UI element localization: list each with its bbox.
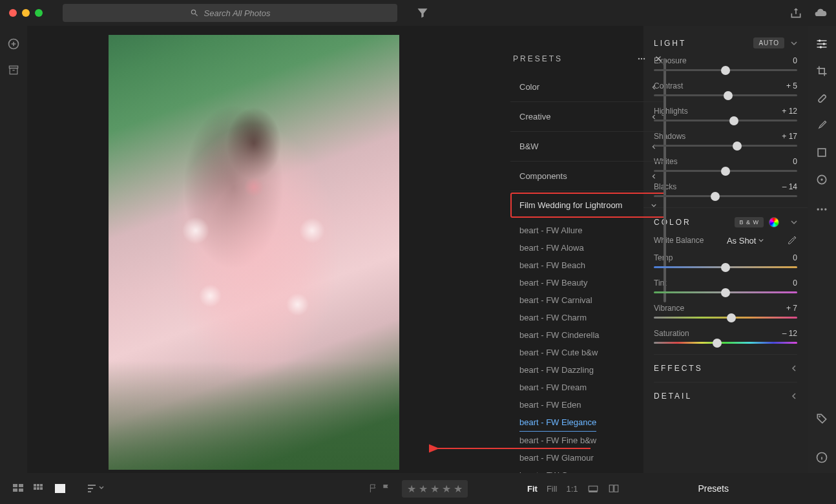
slider-value: – 14 (782, 182, 797, 191)
preset-group[interactable]: Components (510, 162, 665, 191)
flag-controls[interactable] (368, 483, 392, 494)
tag-icon[interactable] (815, 412, 828, 425)
slider-shadows[interactable]: Shadows+ 17 (654, 132, 797, 147)
maximize-window[interactable] (35, 9, 43, 17)
preset-item[interactable]: beart - FW Carnival (510, 291, 665, 309)
preset-item[interactable]: beart - FW Allure (510, 222, 665, 239)
slider-track[interactable] (654, 291, 797, 293)
detail-grid-button[interactable] (32, 483, 47, 494)
top-bar: Search All Photos (0, 0, 836, 26)
slider-knob[interactable] (733, 142, 742, 151)
slider-tint[interactable]: Tint0 (654, 278, 797, 293)
slider-knob[interactable] (727, 313, 736, 322)
slider-whites[interactable]: Whites0 (654, 157, 797, 172)
close-window[interactable] (9, 9, 17, 17)
slider-highlights[interactable]: Highlights+ 12 (654, 107, 797, 121)
slider-contrast[interactable]: Contrast+ 5 (654, 81, 797, 96)
minimize-window[interactable] (22, 9, 30, 17)
crop-icon[interactable] (815, 65, 828, 78)
filter-icon[interactable] (416, 6, 429, 19)
sort-icon[interactable] (87, 483, 105, 494)
color-mixer-icon[interactable] (769, 217, 779, 227)
slider-track[interactable] (654, 94, 797, 96)
chevron-down-icon[interactable] (791, 40, 797, 47)
zoom-fill[interactable]: Fill (547, 484, 558, 494)
preset-item[interactable]: beart - FW Glamour (510, 449, 665, 467)
more-icon[interactable] (637, 54, 646, 63)
compare-icon[interactable] (608, 483, 620, 494)
share-icon[interactable] (789, 6, 802, 19)
preset-item[interactable]: beart - FW Dream (510, 379, 665, 396)
slider-knob[interactable] (721, 288, 730, 297)
main-photo[interactable] (109, 35, 399, 470)
cloud-icon[interactable] (814, 6, 827, 19)
bw-button[interactable]: B & W (735, 217, 764, 227)
slider-track[interactable] (654, 145, 797, 147)
preset-item[interactable]: beart - FW Dazzling (510, 361, 665, 379)
slider-track[interactable] (654, 69, 797, 71)
slider-track[interactable] (654, 342, 797, 344)
presets-footer-label[interactable]: Presets (698, 483, 729, 494)
slider-value: + 5 (786, 81, 797, 90)
slider-knob[interactable] (711, 192, 720, 201)
preset-item[interactable]: beart - FW Beauty (510, 274, 665, 291)
slider-knob[interactable] (724, 91, 733, 100)
preset-item[interactable]: beart - FW Fine b&w (510, 432, 665, 449)
auto-button[interactable]: AUTO (753, 37, 784, 48)
slider-value: + 12 (782, 107, 797, 116)
add-photo-icon[interactable] (7, 37, 20, 50)
chevron-down-icon[interactable] (791, 219, 797, 226)
slider-knob[interactable] (721, 66, 730, 75)
slider-vibrance[interactable]: Vibrance+ 7 (654, 304, 797, 319)
preset-item[interactable]: beart - FW Cute b&w (510, 344, 665, 361)
slider-track[interactable] (654, 170, 797, 172)
linear-gradient-icon[interactable] (815, 146, 828, 159)
slider-track[interactable] (654, 266, 797, 268)
more-icon[interactable] (815, 203, 828, 216)
white-balance-select[interactable]: As Shot (727, 236, 764, 246)
effects-section[interactable]: EFFECTS (654, 354, 797, 382)
grid-view-button[interactable] (12, 483, 26, 494)
slider-track[interactable] (654, 195, 797, 197)
filmstrip-icon[interactable] (587, 483, 599, 494)
zoom-one-to-one[interactable]: 1:1 (567, 484, 578, 494)
brush-icon[interactable] (815, 119, 828, 132)
svg-rect-28 (40, 487, 43, 490)
search-input[interactable]: Search All Photos (63, 4, 397, 22)
preset-group[interactable]: Creative (510, 102, 665, 132)
radial-gradient-icon[interactable] (815, 173, 828, 186)
edit-sliders-icon[interactable] (815, 37, 828, 50)
slider-blacks[interactable]: Blacks– 14 (654, 182, 797, 197)
slider-knob[interactable] (713, 339, 722, 348)
heal-icon[interactable] (815, 92, 828, 105)
archive-icon[interactable] (7, 63, 20, 76)
slider-knob[interactable] (729, 116, 738, 125)
slider-track[interactable] (654, 120, 797, 121)
slider-temp[interactable]: Temp0 (654, 253, 797, 268)
preset-item[interactable]: beart - FW Elegance (519, 414, 596, 432)
rating-stars[interactable]: ★★★★★ (402, 480, 468, 498)
close-icon[interactable] (654, 54, 663, 63)
preset-item[interactable]: beart - FW Alowa (510, 239, 665, 257)
slider-saturation[interactable]: Saturation– 12 (654, 329, 797, 344)
preset-group[interactable]: Color (510, 72, 665, 102)
chevron-left-icon (791, 393, 797, 399)
preset-item[interactable]: beart - FW Beach (510, 257, 665, 274)
svg-rect-20 (19, 484, 23, 487)
preset-item[interactable]: beart - FW Eden (510, 396, 665, 414)
preset-item[interactable]: beart - FW Charm (510, 309, 665, 326)
slider-knob[interactable] (721, 263, 730, 272)
slider-knob[interactable] (721, 167, 730, 176)
info-icon[interactable] (815, 451, 828, 464)
preset-item[interactable]: beart - FW Cinderella (510, 326, 665, 344)
zoom-fit[interactable]: Fit (527, 484, 538, 494)
preset-group[interactable]: B&W (510, 132, 665, 162)
slider-exposure[interactable]: Exposure0 (654, 56, 797, 71)
slider-track[interactable] (654, 317, 797, 319)
detail-section[interactable]: DETAIL (654, 382, 797, 410)
single-view-button[interactable] (53, 483, 67, 494)
presets-title: PRESETS (513, 54, 563, 63)
search-icon (190, 8, 199, 17)
eyedropper-icon[interactable] (787, 235, 797, 246)
preset-group-film-wedding[interactable]: Film Wedding for Lightroom (510, 193, 665, 218)
